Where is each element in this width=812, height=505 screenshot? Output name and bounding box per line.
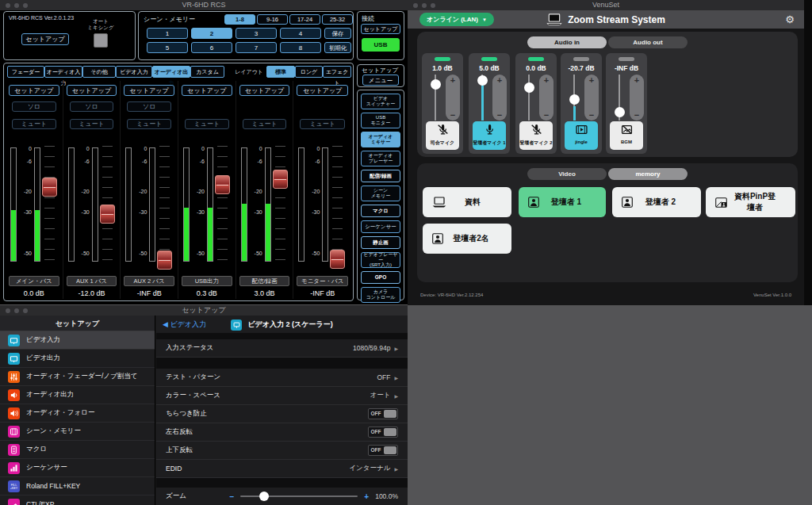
- connection-setup-button[interactable]: セットアップ: [361, 24, 400, 34]
- sidebar-item-audio-follow[interactable]: オーディオ・フォロー: [0, 404, 155, 423]
- channel-mute-button[interactable]: ミュート: [70, 119, 114, 129]
- scene-slot-5[interactable]: 5: [147, 42, 188, 53]
- sidebar-item-sequencer[interactable]: シーケンサー: [0, 459, 155, 477]
- fader-track[interactable]: [332, 146, 343, 270]
- plus-icon[interactable]: +: [634, 75, 639, 86]
- fader-knob[interactable]: [215, 175, 230, 194]
- channel-solo-button[interactable]: ソロ: [12, 101, 56, 112]
- fader-track[interactable]: [102, 146, 113, 270]
- zoom-slider[interactable]: [240, 495, 358, 497]
- venuset-titlebar[interactable]: VenuSet: [408, 0, 804, 10]
- scene-bank-tab[interactable]: 9-16: [257, 14, 288, 25]
- volume-stepper[interactable]: +−: [630, 75, 644, 121]
- memory-button-speaker1[interactable]: 登壇者 1: [519, 187, 606, 217]
- sidebar-item-audio-output[interactable]: オーディオ出力: [0, 386, 155, 404]
- sidebar-item-fader-assign[interactable]: オーディオ・フェーダー/ノブ割当て: [0, 368, 155, 386]
- layout-effect[interactable]: エフェクト: [323, 66, 351, 78]
- plus-icon[interactable]: +: [364, 492, 369, 501]
- setting-row-color-space[interactable]: カラー・スペース オート ▶: [156, 387, 408, 405]
- channel-mute-button[interactable]: 登壇者マイク 2: [519, 121, 553, 150]
- channel-mute-button[interactable]: ミュート: [12, 119, 56, 129]
- scene-slot-8[interactable]: 8: [280, 42, 321, 53]
- sidebar-video-switcher[interactable]: ビデオ スイッチャー: [361, 94, 400, 109]
- fader-knob[interactable]: [100, 205, 115, 224]
- sidebar-gpo[interactable]: GPO: [361, 271, 400, 284]
- minus-icon[interactable]: −: [450, 109, 455, 121]
- fader-knob[interactable]: [273, 170, 288, 189]
- sidebar-scene-memory[interactable]: シーン メモリー: [361, 186, 400, 201]
- channel-setup-button[interactable]: セットアップ: [182, 85, 232, 96]
- volume-stepper[interactable]: +−: [584, 75, 599, 121]
- plus-icon[interactable]: +: [544, 75, 549, 86]
- sidebar-item-ctl-exp[interactable]: CTL/EXP: [0, 495, 155, 505]
- fader-track[interactable]: [217, 146, 228, 270]
- tab-audio-output[interactable]: オーディオ出力: [152, 66, 190, 78]
- minus-icon[interactable]: −: [229, 492, 234, 501]
- sidebar-macro[interactable]: マクロ: [361, 205, 400, 217]
- channel-setup-button[interactable]: セットアップ: [124, 85, 174, 96]
- menu-button[interactable]: メニュー: [362, 75, 399, 86]
- minus-icon[interactable]: −: [589, 109, 594, 121]
- tab-video[interactable]: Video: [527, 168, 607, 180]
- fader-knob[interactable]: [42, 178, 57, 197]
- slider-knob[interactable]: [569, 94, 580, 105]
- sidebar-item-video-input[interactable]: ビデオ入力: [0, 331, 155, 350]
- channel-mute-button[interactable]: ミュート: [185, 119, 229, 129]
- memory-button-pinp[interactable]: 資料PinP登壇者: [706, 187, 795, 217]
- sidebar-camera-control[interactable]: カメラ コントロール: [361, 287, 400, 303]
- channel-mute-button[interactable]: 司会マイク: [426, 121, 459, 150]
- setting-row-input-status[interactable]: 入力ステータス 1080/59.94p ▶: [156, 339, 408, 358]
- channel-play-button[interactable]: jingle: [565, 121, 598, 150]
- scene-slot-3[interactable]: 3: [236, 28, 277, 39]
- zoom-slider-knob[interactable]: [259, 492, 269, 501]
- tab-audio-in[interactable]: Audio in: [527, 36, 607, 48]
- sidebar-stream-record[interactable]: 配信/録画: [361, 170, 400, 182]
- fader-knob[interactable]: [157, 251, 172, 270]
- tab-audio-out[interactable]: Audio out: [608, 36, 688, 48]
- slider-knob[interactable]: [615, 107, 625, 117]
- layout-long[interactable]: ロング: [295, 66, 323, 78]
- channel-setup-button[interactable]: セットアップ: [297, 85, 348, 96]
- channel-setup-button[interactable]: セットアップ: [239, 85, 290, 96]
- scene-bank-tab[interactable]: 25-32: [322, 14, 353, 25]
- fader-track[interactable]: [275, 146, 285, 270]
- setting-row-edid[interactable]: EDID インターナル ▶: [156, 460, 408, 478]
- traffic-light-icons[interactable]: [413, 3, 435, 8]
- channel-setup-button[interactable]: セットアップ: [67, 85, 117, 96]
- sidebar-item-video-output[interactable]: ビデオ出力: [0, 350, 155, 368]
- setup-titlebar[interactable]: セットアップ: [0, 305, 408, 316]
- tab-other[interactable]: その他: [82, 66, 116, 78]
- tab-custom[interactable]: カスタム: [190, 66, 224, 78]
- fader-track[interactable]: [159, 146, 170, 270]
- scene-bank-tab[interactable]: 17-24: [289, 14, 320, 25]
- sidebar-usb-monitor[interactable]: USB モニター: [361, 113, 400, 128]
- sidebar-still[interactable]: 静止画: [361, 236, 400, 249]
- scene-init-button[interactable]: 初期化: [324, 42, 351, 53]
- memory-button-two-speakers[interactable]: 登壇者2名: [423, 224, 511, 254]
- channel-mute-button[interactable]: ミュート: [243, 119, 287, 129]
- channel-setup-button[interactable]: セットアップ: [9, 85, 59, 96]
- minus-icon[interactable]: −: [497, 109, 502, 121]
- slider-knob[interactable]: [431, 79, 441, 90]
- volume-stepper[interactable]: +−: [446, 75, 460, 121]
- scene-slot-6[interactable]: 6: [191, 42, 232, 53]
- flip-h-toggle[interactable]: OFF: [368, 427, 398, 438]
- plus-icon[interactable]: +: [450, 75, 455, 86]
- memory-button-speaker2[interactable]: 登壇者 2: [612, 187, 701, 217]
- sidebar-audio-player[interactable]: オーディオ プレーヤー: [361, 151, 400, 166]
- online-status-button[interactable]: オンライン (LAN) ▼: [419, 13, 494, 26]
- scene-slot-1[interactable]: 1: [147, 28, 188, 39]
- scene-slot-2[interactable]: 2: [191, 28, 232, 39]
- sidebar-video-player-srt[interactable]: ビデオプレーヤー (SRT入力): [361, 252, 400, 268]
- scene-slot-7[interactable]: 7: [236, 42, 277, 53]
- channel-solo-button[interactable]: ソロ: [70, 101, 114, 112]
- memory-button-document[interactable]: 資料: [423, 187, 511, 217]
- fader-track[interactable]: [44, 146, 55, 270]
- tab-fader[interactable]: フェーダー: [7, 66, 44, 78]
- slider-knob[interactable]: [477, 75, 488, 86]
- minus-icon[interactable]: −: [544, 109, 549, 121]
- plus-icon[interactable]: +: [497, 75, 502, 86]
- device-setup-button[interactable]: セットアップ: [21, 33, 69, 45]
- scene-slot-4[interactable]: 4: [280, 28, 321, 39]
- channel-mute-button[interactable]: 登壇者マイク 1: [473, 121, 506, 150]
